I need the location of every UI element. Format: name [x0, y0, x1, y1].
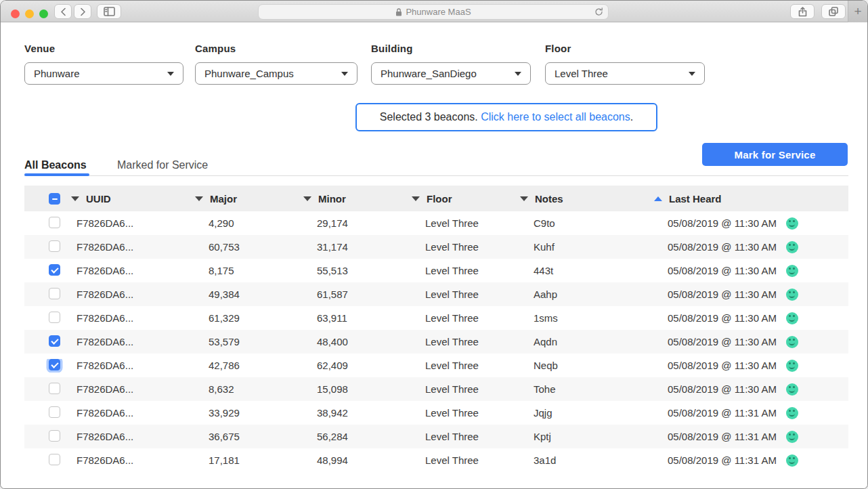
page-title: Phunware MaaS: [406, 7, 471, 17]
refresh-icon[interactable]: [594, 7, 603, 18]
campus-select-value: Phunware_Campus: [204, 68, 294, 79]
row-checkbox[interactable]: [49, 383, 60, 394]
cell-major: 33,929: [195, 407, 303, 419]
cell-last-heard: 05/08/2019 @ 11:30 AM: [654, 217, 848, 230]
happy-status-icon: [786, 336, 798, 348]
maas-beacon-page: Venue Campus Building Floor Phunware Phu…: [1, 22, 867, 489]
beacons-table: UUID Major Minor Floor Notes: [24, 186, 848, 472]
sidebar-toggle-button[interactable]: [97, 4, 121, 19]
cell-major: 60,753: [195, 241, 303, 253]
cell-minor: 15,098: [303, 383, 412, 395]
cell-minor: 48,994: [303, 454, 412, 466]
new-tab-button[interactable]: +: [848, 1, 867, 22]
header-select-cell: [24, 193, 71, 205]
floor-select-value: Level Three: [555, 68, 608, 79]
cell-notes: Kuhf: [520, 241, 654, 253]
row-checkbox[interactable]: [49, 454, 60, 465]
happy-status-icon: [786, 454, 798, 467]
column-header-minor[interactable]: Minor: [303, 193, 412, 205]
venue-label: Venue: [24, 43, 55, 54]
row-select-cell: [24, 264, 71, 278]
forward-button[interactable]: [74, 4, 91, 19]
select-all-checkbox[interactable]: [49, 193, 60, 205]
cell-uuid: F7826DA6...: [71, 360, 195, 371]
cell-notes: Tohe: [520, 383, 654, 395]
cell-uuid: F7826DA6...: [71, 454, 195, 466]
column-header-uuid[interactable]: UUID: [71, 193, 195, 205]
address-bar[interactable]: Phunware MaaS: [258, 4, 609, 20]
cell-last-heard: 05/08/2019 @ 11:30 AM: [654, 289, 848, 301]
happy-status-icon: [786, 217, 798, 230]
row-checkbox[interactable]: [49, 312, 60, 323]
cell-floor: Level Three: [412, 336, 520, 347]
cell-floor: Level Three: [412, 454, 520, 466]
tabs-divider: [24, 175, 848, 176]
column-header-notes[interactable]: Notes: [520, 193, 654, 205]
column-header-last-heard[interactable]: Last Heard: [654, 193, 848, 205]
happy-status-icon: [786, 265, 798, 277]
row-checkbox[interactable]: [49, 288, 60, 299]
mark-for-service-button[interactable]: Mark for Service: [702, 143, 848, 166]
row-checkbox[interactable]: [49, 430, 60, 442]
cell-notes: Neqb: [520, 360, 654, 371]
cell-uuid: F7826DA6...: [71, 289, 195, 300]
tab-overview-button[interactable]: [821, 4, 846, 19]
cell-major: 17,181: [195, 454, 303, 466]
browser-titlebar: Phunware MaaS +: [1, 1, 867, 22]
row-checkbox[interactable]: [49, 406, 60, 418]
venue-select[interactable]: Phunware: [24, 62, 183, 85]
row-select-cell: [24, 335, 71, 349]
last-heard-text: 05/08/2019 @ 11:31 AM: [668, 431, 777, 442]
column-label: UUID: [86, 193, 111, 205]
happy-status-icon: [786, 431, 798, 443]
row-checkbox[interactable]: [49, 264, 60, 276]
cell-floor: Level Three: [412, 241, 520, 253]
zoom-window-button[interactable]: [39, 9, 48, 18]
table-row: F7826DA6... 36,675 56,284 Level Three Kp…: [24, 425, 848, 448]
cell-last-heard: 05/08/2019 @ 11:30 AM: [654, 241, 848, 253]
cell-last-heard: 05/08/2019 @ 11:30 AM: [654, 360, 848, 372]
floor-select[interactable]: Level Three: [545, 62, 705, 85]
select-all-beacons-link[interactable]: Click here to select all beacons: [481, 111, 630, 123]
cell-minor: 56,284: [303, 431, 412, 442]
table-row: F7826DA6... 17,181 48,994 Level Three 3a…: [24, 448, 848, 472]
tab-all-beacons[interactable]: All Beacons: [24, 159, 87, 171]
row-checkbox[interactable]: [49, 240, 60, 252]
active-tab-indicator: [24, 173, 89, 176]
back-button[interactable]: [54, 4, 72, 19]
selection-banner: Selected 3 beacons. Click here to select…: [355, 103, 657, 131]
row-checkbox[interactable]: [49, 217, 60, 228]
cell-minor: 62,409: [303, 360, 412, 371]
table-row: F7826DA6... 4,290 29,174 Level Three C9t…: [24, 211, 848, 235]
sort-caret-icon: [520, 196, 528, 201]
row-select-cell: [24, 288, 71, 301]
row-select-cell: [24, 454, 71, 467]
table-body: F7826DA6... 4,290 29,174 Level Three C9t…: [24, 211, 848, 472]
close-window-button[interactable]: [11, 9, 20, 18]
chevron-down-icon: [341, 72, 348, 76]
column-header-major[interactable]: Major: [195, 193, 303, 205]
row-checkbox[interactable]: [49, 359, 60, 370]
cell-notes: Aahp: [520, 289, 654, 300]
campus-select[interactable]: Phunware_Campus: [195, 62, 357, 85]
building-select[interactable]: Phunware_SanDiego: [371, 62, 531, 85]
cell-major: 49,384: [195, 289, 303, 300]
cell-uuid: F7826DA6...: [71, 217, 195, 229]
cell-uuid: F7826DA6...: [71, 336, 195, 347]
cell-last-heard: 05/08/2019 @ 11:30 AM: [654, 312, 848, 324]
cell-floor: Level Three: [412, 431, 520, 442]
row-select-cell: [24, 406, 71, 420]
tab-marked-for-service[interactable]: Marked for Service: [117, 159, 208, 171]
minimize-window-button[interactable]: [25, 9, 34, 18]
row-select-cell: [24, 359, 71, 373]
table-row: F7826DA6... 42,786 62,409 Level Three Ne…: [24, 354, 848, 377]
cell-floor: Level Three: [412, 383, 520, 395]
cell-notes: Aqdn: [520, 336, 654, 347]
happy-status-icon: [786, 383, 798, 396]
overlapping-windows-icon: [829, 7, 838, 16]
row-checkbox[interactable]: [49, 335, 60, 347]
column-header-floor[interactable]: Floor: [412, 193, 520, 205]
cell-last-heard: 05/08/2019 @ 11:31 AM: [654, 407, 848, 419]
share-button[interactable]: [790, 4, 815, 19]
venue-select-value: Phunware: [34, 68, 80, 79]
